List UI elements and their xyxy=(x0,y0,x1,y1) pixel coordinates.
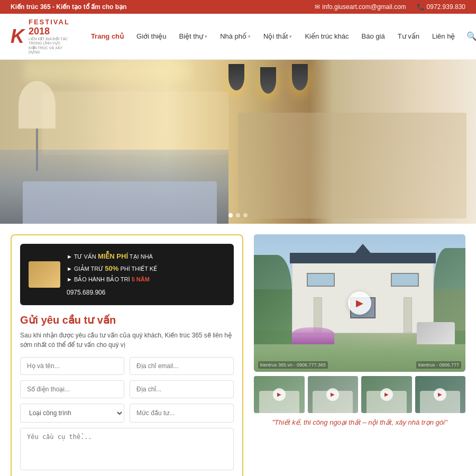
logo-festival: FESTIVAL xyxy=(29,18,70,26)
main-content: ► TƯ VẤN MIỄN PHÍ TẠI NHÀ ► GIẢM TRỪ 50%… xyxy=(0,224,476,476)
logo-year: 2018 xyxy=(29,26,70,37)
hero-dot-2[interactable] xyxy=(236,213,240,217)
media-panel: ▶ kientrus 365.vn - 0906.777.365 kientru… xyxy=(254,234,465,476)
thumb-1[interactable]: ▶ xyxy=(254,376,305,413)
watermark-left: kientrus 365.vn - 0906.777.365 xyxy=(258,361,328,369)
promo-text-block: ► TƯ VẤN MIỄN PHÍ TẠI NHÀ ► GIẢM TRỪ 50%… xyxy=(67,250,157,299)
form-row-3: Loại công trình Biệt thự Nhà phố Nội thấ… xyxy=(20,404,234,423)
hero-dining-area xyxy=(238,113,466,218)
nav-trang-chu[interactable]: Trang chủ xyxy=(86,28,129,44)
nav-nha-pho[interactable]: Nhà phố ▾ xyxy=(215,28,256,44)
thumb-3[interactable]: ▶ xyxy=(361,376,412,413)
thumb-play-3[interactable]: ▶ xyxy=(380,388,393,401)
promo-image xyxy=(29,261,60,288)
quote-text: "Thiết kế, thi công ngoại thất – nội thấ… xyxy=(254,418,465,426)
nav-noi-that[interactable]: Nội thất ▾ xyxy=(258,28,297,44)
form-title: Gửi yêu cầu tư vấn xyxy=(20,314,234,326)
hero-pendant-lights xyxy=(228,60,405,91)
promo-line2: ► GIẢM TRỪ 50% PHÍ THIẾT KẾ xyxy=(67,262,157,274)
search-icon[interactable]: 🔍 xyxy=(462,27,476,45)
email-input[interactable] xyxy=(130,357,234,375)
hero-carousel-dots xyxy=(228,213,248,217)
house-flowers xyxy=(292,327,334,344)
thumb-4[interactable]: ▶ xyxy=(415,376,466,413)
promo-discount: 50% xyxy=(105,264,118,272)
phone-contact: 📞 0972.939.830 xyxy=(417,3,465,11)
form-description: Sau khi nhận được yêu cầu tư vấn của quý… xyxy=(20,331,234,350)
logo-tagline: LIÊN KẾT ĐỊA ĐỐI TÁC TRONG LĨNH VỰC KIẾN… xyxy=(29,37,70,55)
form-row-1 xyxy=(20,357,234,375)
top-bar-contact: ✉ info.giuseart.com@gmail.com 📞 0972.939… xyxy=(315,3,465,11)
play-button[interactable]: ▶ xyxy=(348,291,371,315)
header: K FESTIVAL 2018 LIÊN KẾT ĐỊA ĐỐI TÁC TRO… xyxy=(0,14,476,60)
promo-free: MIỄN PHÍ xyxy=(98,252,128,260)
hero-banner xyxy=(0,60,476,224)
promo-line3: ► BẢO HÀNH BẢO TRÌ 5 NĂM xyxy=(67,274,157,285)
nav-noi-that-label: Nội thất xyxy=(263,32,288,40)
hero-dot-1[interactable] xyxy=(228,213,233,217)
address-input[interactable] xyxy=(130,380,234,398)
thumb-play-1[interactable]: ▶ xyxy=(273,388,286,401)
top-bar-slogan: Kiến trúc 365 - Kiến tạo tổ ấm cho bạn xyxy=(11,3,126,11)
promo-warranty: 5 NĂM xyxy=(132,276,150,282)
watermark-right: kientrus - 0906.777 xyxy=(416,361,461,369)
email-address: info.giuseart.com@gmail.com xyxy=(322,3,406,11)
email-contact: ✉ info.giuseart.com@gmail.com xyxy=(315,3,406,11)
promo-line1: ► TƯ VẤN MIỄN PHÍ TẠI NHÀ xyxy=(67,250,157,262)
phone-number: 0972.939.830 xyxy=(427,3,465,11)
logo-text-block: FESTIVAL 2018 LIÊN KẾT ĐỊA ĐỐI TÁC TRONG… xyxy=(29,18,70,55)
hero-wall xyxy=(42,91,228,155)
nav-tu-van[interactable]: Tư vấn xyxy=(392,28,425,44)
form-panel: ► TƯ VẤN MIỄN PHÍ TẠI NHÀ ► GIẢM TRỪ 50%… xyxy=(11,234,243,476)
chevron-down-icon: ▾ xyxy=(205,34,207,39)
chevron-down-icon: ▾ xyxy=(248,34,251,39)
thumb-play-4[interactable]: ▶ xyxy=(434,388,446,401)
nav-bao-gia[interactable]: Báo giá xyxy=(356,28,390,44)
detail-textarea[interactable] xyxy=(20,428,234,470)
logo[interactable]: K FESTIVAL 2018 LIÊN KẾT ĐỊA ĐỐI TÁC TRO… xyxy=(11,18,70,55)
logo-k-letter: K xyxy=(11,27,24,46)
phone-icon: 📞 xyxy=(417,3,425,11)
nav-lien-he[interactable]: Liên hệ xyxy=(427,28,460,44)
thumb-2[interactable]: ▶ xyxy=(308,376,359,413)
form-row-2 xyxy=(20,380,234,398)
hero-bg xyxy=(0,60,476,224)
promo-phone: 0975.689.906 xyxy=(67,287,157,299)
chevron-down-icon: ▾ xyxy=(289,34,292,39)
nav-kien-truc-khac[interactable]: Kiến trúc khác xyxy=(299,28,354,44)
hero-dot-3[interactable] xyxy=(243,213,248,217)
thumbnail-row: ▶ ▶ ▶ ▶ xyxy=(254,376,465,413)
nav-gioi-thieu[interactable]: Giới thiệu xyxy=(131,28,171,44)
email-icon: ✉ xyxy=(315,3,320,11)
main-house-video[interactable]: ▶ kientrus 365.vn - 0906.777.365 kientru… xyxy=(254,234,465,372)
thumb-play-2[interactable]: ▶ xyxy=(326,388,339,401)
nav-nha-pho-label: Nhà phố xyxy=(220,32,246,40)
name-input[interactable] xyxy=(20,357,124,375)
nav-biet-thu-label: Biệt thự xyxy=(179,32,204,40)
project-type-select[interactable]: Loại công trình Biệt thự Nhà phố Nội thấ… xyxy=(20,404,124,423)
budget-input[interactable] xyxy=(130,404,234,423)
nav-biet-thu[interactable]: Biệt thự ▾ xyxy=(174,28,213,44)
phone-input[interactable] xyxy=(20,380,124,398)
promo-banner: ► TƯ VẤN MIỄN PHÍ TẠI NHÀ ► GIẢM TRỪ 50%… xyxy=(20,244,234,305)
top-bar: Kiến trúc 365 - Kiến tạo tổ ấm cho bạn ✉… xyxy=(0,0,476,14)
hero-ceiling-glow xyxy=(24,60,190,81)
promo-label1: TƯ VẤN MIỄN PHÍ TẠI NHÀ xyxy=(74,253,153,260)
house-car xyxy=(417,322,455,344)
main-nav: Trang chủ Giới thiệu Biệt thự ▾ Nhà phố … xyxy=(86,27,476,45)
play-icon: ▶ xyxy=(356,297,363,309)
hero-sofa-area xyxy=(0,150,228,224)
